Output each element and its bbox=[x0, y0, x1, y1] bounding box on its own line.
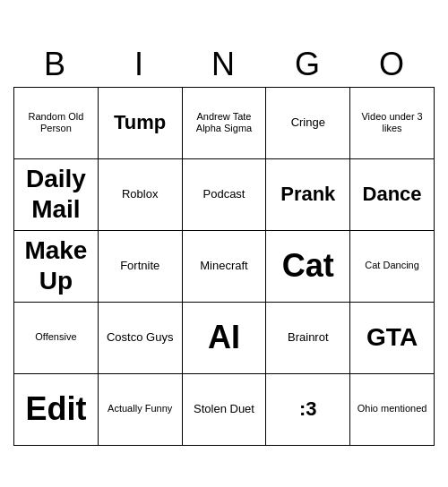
cell-r0-c2: Andrew Tate Alpha Sigma bbox=[183, 88, 267, 159]
cell-r3-c2: AI bbox=[183, 303, 267, 374]
cell-r3-c4: GTA bbox=[350, 303, 435, 374]
header-letter: N bbox=[182, 42, 266, 87]
header-letter: G bbox=[266, 42, 350, 87]
cell-r4-c4: Ohio mentioned bbox=[350, 374, 435, 446]
cell-r0-c0: Random Old Person bbox=[14, 88, 99, 159]
cell-r4-c0: Edit bbox=[14, 374, 99, 446]
cell-r0-c4: Video under 3 likes bbox=[350, 88, 435, 159]
cell-r2-c4: Cat Dancing bbox=[350, 231, 435, 303]
cell-r1-c0: Daily Mail bbox=[14, 159, 99, 231]
cell-r1-c1: Roblox bbox=[99, 159, 183, 231]
cell-r2-c2: Minecraft bbox=[183, 231, 267, 303]
header-letter: O bbox=[350, 42, 435, 87]
cell-r0-c1: Tump bbox=[99, 88, 183, 159]
cell-r4-c2: Stolen Duet bbox=[183, 374, 267, 446]
cell-r4-c1: Actually Funny bbox=[99, 374, 183, 446]
cell-r3-c1: Costco Guys bbox=[99, 303, 183, 374]
cell-r1-c2: Podcast bbox=[183, 159, 267, 231]
cell-r0-c3: Cringe bbox=[266, 88, 350, 159]
cell-r1-c4: Dance bbox=[350, 159, 435, 231]
cell-r3-c0: Offensive bbox=[14, 303, 99, 374]
bingo-header: BINGO bbox=[13, 42, 435, 87]
cell-r2-c0: Make Up bbox=[14, 231, 99, 303]
bingo-grid: Random Old PersonTumpAndrew Tate Alpha S… bbox=[13, 87, 435, 446]
cell-r3-c3: Brainrot bbox=[266, 303, 350, 374]
bingo-card: BINGO Random Old PersonTumpAndrew Tate A… bbox=[13, 42, 435, 446]
cell-r2-c3: Cat bbox=[266, 231, 350, 303]
header-letter: B bbox=[13, 42, 98, 87]
cell-r2-c1: Fortnite bbox=[99, 231, 183, 303]
cell-r1-c3: Prank bbox=[266, 159, 350, 231]
cell-r4-c3: :3 bbox=[266, 374, 350, 446]
header-letter: I bbox=[98, 42, 182, 87]
